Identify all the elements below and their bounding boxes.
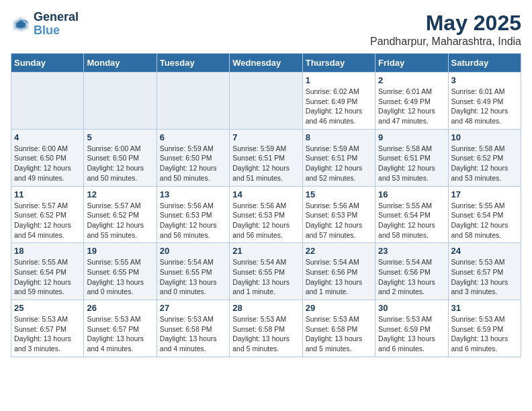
calendar-day-cell: 5Sunrise: 6:00 AM Sunset: 6:50 PM Daylig… [84,129,157,186]
location-subtitle: Pandharpur, Maharashtra, India [370,36,521,48]
calendar-day-cell: 15Sunrise: 5:56 AM Sunset: 6:53 PM Dayli… [302,186,375,243]
weekday-header: Saturday [448,54,521,73]
day-info: Sunrise: 5:55 AM Sunset: 6:55 PM Dayligh… [87,257,153,297]
day-info: Sunrise: 6:01 AM Sunset: 6:49 PM Dayligh… [451,87,518,126]
calendar-day-cell [157,73,229,130]
day-number: 20 [160,246,226,256]
day-number: 18 [14,246,81,256]
calendar-day-cell: 31Sunrise: 5:53 AM Sunset: 6:59 PM Dayli… [448,300,521,357]
day-info: Sunrise: 6:00 AM Sunset: 6:50 PM Dayligh… [14,144,81,183]
day-info: Sunrise: 6:00 AM Sunset: 6:50 PM Dayligh… [87,144,153,183]
calendar-day-cell: 7Sunrise: 5:59 AM Sunset: 6:51 PM Daylig… [230,129,302,186]
calendar-day-cell: 17Sunrise: 5:55 AM Sunset: 6:54 PM Dayli… [448,186,521,243]
calendar-day-cell: 22Sunrise: 5:54 AM Sunset: 6:56 PM Dayli… [302,243,375,300]
day-number: 1 [306,75,372,85]
day-number: 29 [306,303,372,313]
day-number: 15 [306,189,372,199]
day-info: Sunrise: 5:56 AM Sunset: 6:53 PM Dayligh… [160,201,226,240]
calendar-day-cell: 4Sunrise: 6:00 AM Sunset: 6:50 PM Daylig… [11,129,84,186]
day-info: Sunrise: 5:53 AM Sunset: 6:57 PM Dayligh… [451,257,518,297]
calendar-day-cell [84,73,157,130]
weekday-header: Monday [84,54,157,73]
day-info: Sunrise: 5:55 AM Sunset: 6:54 PM Dayligh… [14,257,81,297]
day-number: 14 [232,189,299,199]
day-info: Sunrise: 5:53 AM Sunset: 6:59 PM Dayligh… [451,314,518,354]
logo: General Blue [11,11,79,38]
calendar-day-cell: 27Sunrise: 5:53 AM Sunset: 6:58 PM Dayli… [157,300,229,357]
calendar-day-cell: 9Sunrise: 5:58 AM Sunset: 6:51 PM Daylig… [375,129,448,186]
calendar-day-cell: 20Sunrise: 5:54 AM Sunset: 6:55 PM Dayli… [157,243,229,300]
calendar-day-cell: 2Sunrise: 6:01 AM Sunset: 6:49 PM Daylig… [375,73,448,130]
day-info: Sunrise: 5:59 AM Sunset: 6:51 PM Dayligh… [232,144,299,183]
logo-line1: General [34,11,79,24]
calendar-day-cell: 19Sunrise: 5:55 AM Sunset: 6:55 PM Dayli… [84,243,157,300]
day-number: 5 [87,132,153,142]
calendar-day-cell: 16Sunrise: 5:55 AM Sunset: 6:54 PM Dayli… [375,186,448,243]
calendar-day-cell: 12Sunrise: 5:57 AM Sunset: 6:52 PM Dayli… [84,186,157,243]
day-info: Sunrise: 6:02 AM Sunset: 6:49 PM Dayligh… [306,87,372,126]
day-number: 4 [14,132,81,142]
day-info: Sunrise: 5:54 AM Sunset: 6:55 PM Dayligh… [232,257,299,297]
day-number: 27 [160,303,226,313]
calendar-day-cell: 3Sunrise: 6:01 AM Sunset: 6:49 PM Daylig… [448,73,521,130]
calendar-day-cell: 28Sunrise: 5:53 AM Sunset: 6:58 PM Dayli… [230,300,302,357]
day-number: 10 [451,132,518,142]
calendar-day-cell: 18Sunrise: 5:55 AM Sunset: 6:54 PM Dayli… [11,243,84,300]
calendar-week-row: 18Sunrise: 5:55 AM Sunset: 6:54 PM Dayli… [11,243,521,300]
day-info: Sunrise: 5:59 AM Sunset: 6:50 PM Dayligh… [160,144,226,183]
day-info: Sunrise: 5:56 AM Sunset: 6:53 PM Dayligh… [306,201,372,240]
calendar-table: SundayMondayTuesdayWednesdayThursdayFrid… [11,53,521,357]
day-info: Sunrise: 5:58 AM Sunset: 6:52 PM Dayligh… [451,144,518,183]
calendar-day-cell: 23Sunrise: 5:54 AM Sunset: 6:56 PM Dayli… [375,243,448,300]
day-number: 8 [306,132,372,142]
day-number: 30 [378,303,445,313]
day-number: 13 [160,189,226,199]
day-number: 17 [451,189,518,199]
day-info: Sunrise: 6:01 AM Sunset: 6:49 PM Dayligh… [378,87,445,126]
day-number: 7 [232,132,299,142]
weekday-header: Friday [375,54,448,73]
day-info: Sunrise: 5:54 AM Sunset: 6:56 PM Dayligh… [378,257,445,297]
day-number: 2 [378,75,445,85]
day-info: Sunrise: 5:53 AM Sunset: 6:57 PM Dayligh… [14,314,81,354]
day-info: Sunrise: 5:55 AM Sunset: 6:54 PM Dayligh… [378,201,445,240]
calendar-week-row: 1Sunrise: 6:02 AM Sunset: 6:49 PM Daylig… [11,73,521,130]
weekday-header-row: SundayMondayTuesdayWednesdayThursdayFrid… [11,54,521,73]
weekday-header: Wednesday [230,54,302,73]
day-info: Sunrise: 5:53 AM Sunset: 6:58 PM Dayligh… [160,314,226,354]
calendar-day-cell: 21Sunrise: 5:54 AM Sunset: 6:55 PM Dayli… [230,243,302,300]
weekday-header: Thursday [302,54,375,73]
logo-icon [11,14,31,34]
day-number: 24 [451,246,518,256]
day-number: 23 [378,246,445,256]
day-number: 3 [451,75,518,85]
day-number: 22 [306,246,372,256]
calendar-day-cell: 6Sunrise: 5:59 AM Sunset: 6:50 PM Daylig… [157,129,229,186]
weekday-header: Tuesday [157,54,229,73]
weekday-header: Sunday [11,54,84,73]
calendar-week-row: 25Sunrise: 5:53 AM Sunset: 6:57 PM Dayli… [11,300,521,357]
logo-line2: Blue [34,24,79,38]
day-info: Sunrise: 5:57 AM Sunset: 6:52 PM Dayligh… [14,201,81,240]
calendar-day-cell: 24Sunrise: 5:53 AM Sunset: 6:57 PM Dayli… [448,243,521,300]
calendar-day-cell: 11Sunrise: 5:57 AM Sunset: 6:52 PM Dayli… [11,186,84,243]
calendar-day-cell: 29Sunrise: 5:53 AM Sunset: 6:58 PM Dayli… [302,300,375,357]
day-info: Sunrise: 5:54 AM Sunset: 6:55 PM Dayligh… [160,257,226,297]
title-area: May 2025 Pandharpur, Maharashtra, India [370,11,521,48]
day-info: Sunrise: 5:58 AM Sunset: 6:51 PM Dayligh… [378,144,445,183]
calendar-day-cell: 25Sunrise: 5:53 AM Sunset: 6:57 PM Dayli… [11,300,84,357]
calendar-day-cell: 1Sunrise: 6:02 AM Sunset: 6:49 PM Daylig… [302,73,375,130]
day-info: Sunrise: 5:53 AM Sunset: 6:58 PM Dayligh… [306,314,372,354]
day-number: 25 [14,303,81,313]
day-number: 6 [160,132,226,142]
calendar-day-cell: 13Sunrise: 5:56 AM Sunset: 6:53 PM Dayli… [157,186,229,243]
day-number: 11 [14,189,81,199]
day-info: Sunrise: 5:57 AM Sunset: 6:52 PM Dayligh… [87,201,153,240]
month-title: May 2025 [370,11,521,36]
day-info: Sunrise: 5:53 AM Sunset: 6:59 PM Dayligh… [378,314,445,354]
calendar-week-row: 4Sunrise: 6:00 AM Sunset: 6:50 PM Daylig… [11,129,521,186]
calendar-day-cell: 30Sunrise: 5:53 AM Sunset: 6:59 PM Dayli… [375,300,448,357]
day-number: 9 [378,132,445,142]
day-number: 28 [232,303,299,313]
day-number: 31 [451,303,518,313]
